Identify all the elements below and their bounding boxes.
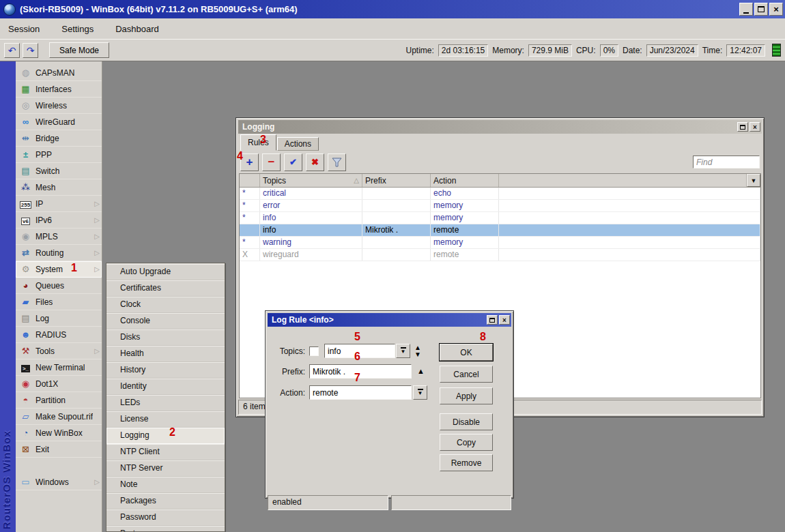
find-input[interactable] — [693, 156, 760, 168]
sidebar-item-mesh[interactable]: ⁂Mesh — [16, 179, 102, 196]
sidebar-item-new-winbox[interactable]: ◔New WinBox — [16, 425, 102, 441]
sidebar-item-wireless[interactable]: ◎Wireless — [16, 98, 102, 114]
redo-button[interactable]: ↷ — [23, 43, 38, 58]
close-button[interactable]: × — [769, 3, 783, 16]
sidebar: ◍CAPsMAN ▦Interfaces ◎Wireless ∞WireGuar… — [16, 61, 102, 532]
enable-rule-button[interactable]: ✔ — [284, 153, 302, 171]
action-dropdown-button[interactable]: ▼ — [413, 385, 427, 400]
sidebar-item-log[interactable]: ▤Log — [16, 310, 102, 327]
table-row-warning[interactable]: * warning memory — [240, 237, 760, 249]
maximize-button[interactable] — [754, 3, 768, 16]
mesh-icon: ⁂ — [19, 183, 32, 192]
main-titlebar: (Skori-RB5009) - WinBox (64bit) v7.11.2 … — [0, 0, 785, 18]
submenu-item-disks[interactable]: Disks — [106, 329, 225, 346]
ok-button[interactable]: OK — [440, 344, 493, 361]
action-input[interactable] — [309, 385, 412, 400]
logging-maximize-button[interactable] — [737, 122, 748, 132]
safe-mode-button[interactable]: Safe Mode — [49, 42, 109, 58]
logging-close-button[interactable]: × — [750, 122, 760, 132]
submenu-item-password[interactable]: Password — [106, 509, 225, 526]
topics-dropdown-button[interactable]: ▼ — [396, 344, 410, 358]
sidebar-item-switch[interactable]: ▤Switch — [16, 163, 102, 179]
sidebar-item-routing[interactable]: ⇄Routing▷ — [16, 245, 102, 261]
submenu-item-clock[interactable]: Clock — [106, 297, 225, 313]
sidebar-item-interfaces[interactable]: ▦Interfaces — [16, 81, 102, 98]
add-rule-button[interactable]: + — [240, 153, 259, 171]
submenu-item-history[interactable]: History — [106, 362, 225, 379]
sidebar-item-mpls[interactable]: ◉MPLS▷ — [16, 228, 102, 245]
sidebar-item-files[interactable]: ▰Files — [16, 294, 102, 310]
sidebar-item-make-supout[interactable]: ▱Make Supout.rif — [16, 409, 102, 425]
prefix-input[interactable] — [309, 364, 412, 379]
workspace: RouterOS WinBox ◍CAPsMAN ▦Interfaces ◎Wi… — [0, 61, 785, 532]
collapse-up-icon[interactable]: ▲ — [417, 368, 425, 375]
copy-button[interactable]: Copy — [440, 434, 493, 451]
undo-button[interactable]: ↶ — [4, 43, 20, 58]
remove-button[interactable]: Remove — [440, 454, 493, 471]
submenu-item-packages[interactable]: Packages — [106, 493, 225, 509]
submenu-item-ntp-client[interactable]: NTP Client — [106, 444, 225, 460]
topics-checkbox[interactable] — [309, 346, 319, 356]
sidebar-item-new-terminal[interactable]: >_New Terminal — [16, 359, 102, 376]
sidebar-item-windows[interactable]: ▭Windows▷ — [16, 474, 102, 490]
tab-actions[interactable]: Actions — [277, 137, 319, 151]
submenu-item-leds[interactable]: LEDs — [106, 395, 225, 411]
table-row-wireguard-disabled[interactable]: X wireguard remote — [240, 249, 760, 261]
action-column-header[interactable]: Action — [431, 174, 499, 187]
table-row-info-memory[interactable]: * info memory — [240, 212, 760, 224]
sidebar-item-tools[interactable]: ⚒Tools▷ — [16, 343, 102, 359]
chevron-down-icon: ▼ — [418, 391, 423, 396]
annotation-step-7: 7 — [354, 372, 360, 383]
minimize-button[interactable] — [739, 3, 753, 16]
system-submenu: Auto Upgrade Certificates Clock Console … — [106, 263, 225, 532]
submenu-item-health[interactable]: Health — [106, 346, 225, 362]
disable-button[interactable]: Disable — [440, 413, 493, 430]
annotation-step-3: 3 — [260, 134, 266, 145]
apply-button[interactable]: Apply — [440, 387, 493, 404]
close-icon: × — [502, 316, 506, 324]
submenu-item-certificates[interactable]: Certificates — [106, 280, 225, 297]
prefix-column-header[interactable]: Prefix — [362, 174, 431, 187]
sidebar-item-ip[interactable]: 255IP▷ — [16, 196, 102, 212]
sidebar-item-capsman[interactable]: ◍CAPsMAN — [16, 65, 102, 81]
sidebar-item-dot1x[interactable]: ◉Dot1X — [16, 376, 102, 392]
flag-column-header[interactable] — [240, 174, 260, 187]
submenu-item-ports[interactable]: Ports — [106, 526, 225, 532]
topics-column-header[interactable]: Topics△ — [260, 174, 362, 187]
submenu-item-ntp-server[interactable]: NTP Server — [106, 460, 225, 477]
sidebar-item-partition[interactable]: ◓Partition — [16, 392, 102, 409]
column-select-button[interactable]: ▼ — [747, 174, 760, 187]
tab-rules[interactable]: Rules — [240, 134, 276, 151]
sidebar-item-system[interactable]: ⚙System▷ — [16, 261, 102, 278]
menu-dashboard[interactable]: Dashboard — [113, 23, 162, 35]
submenu-item-identity[interactable]: Identity — [106, 379, 225, 395]
sidebar-item-bridge[interactable]: ⇹Bridge — [16, 130, 102, 147]
connection-indicator-icon — [772, 44, 781, 57]
filter-button[interactable] — [328, 153, 346, 171]
submenu-item-logging[interactable]: Logging — [106, 428, 225, 444]
submenu-item-console[interactable]: Console — [106, 313, 225, 329]
sidebar-item-wireguard[interactable]: ∞WireGuard — [16, 114, 102, 130]
menu-settings[interactable]: Settings — [59, 23, 96, 35]
date-value: Jun/23/2024 — [646, 44, 698, 57]
dialog-maximize-button[interactable] — [487, 315, 498, 325]
submenu-item-auto-upgrade[interactable]: Auto Upgrade — [106, 264, 225, 280]
disable-rule-button[interactable]: ✖ — [306, 153, 324, 171]
routeros-winbox-brand: RouterOS WinBox — [1, 430, 12, 529]
sidebar-item-exit[interactable]: ⊠Exit — [16, 441, 102, 458]
sidebar-item-queues[interactable]: ◕Queues — [16, 278, 102, 294]
dialog-close-button[interactable]: × — [499, 315, 510, 325]
remove-rule-button[interactable]: − — [262, 153, 281, 171]
table-row-critical[interactable]: * critical echo — [240, 188, 760, 200]
submenu-item-license[interactable]: License — [106, 411, 225, 428]
sidebar-item-radius[interactable]: ☻RADIUS — [16, 327, 102, 343]
table-row-error[interactable]: * error memory — [240, 200, 760, 212]
log-rule-title: Log Rule <info> — [272, 315, 334, 325]
topics-spinner[interactable]: ▲▼ — [412, 344, 423, 358]
table-row-info-remote-selected[interactable]: info Mikrotik . remote — [240, 224, 760, 237]
sidebar-item-ppp[interactable]: ±PPP — [16, 147, 102, 163]
submenu-item-note[interactable]: Note — [106, 477, 225, 493]
sidebar-item-ipv6[interactable]: v6IPv6▷ — [16, 212, 102, 228]
menu-session[interactable]: Session — [5, 23, 42, 35]
cancel-button[interactable]: Cancel — [440, 366, 493, 383]
